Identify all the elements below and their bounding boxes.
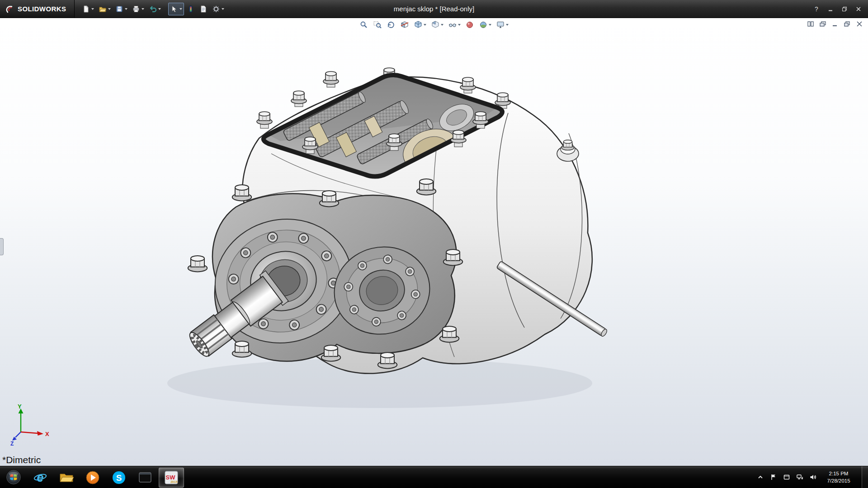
tile-windows-icon	[807, 21, 814, 27]
doc-restore-button[interactable]	[843, 20, 851, 28]
new-file-icon	[82, 5, 90, 13]
svg-text:e: e	[37, 471, 43, 484]
restore-button[interactable]	[839, 5, 850, 14]
undo-icon	[149, 5, 157, 13]
tray-application-button[interactable]	[782, 471, 791, 483]
taskbar: e S	[0, 466, 868, 488]
new-button[interactable]	[80, 3, 96, 15]
view-settings-button[interactable]	[495, 19, 510, 30]
doc-close-button[interactable]	[855, 20, 863, 28]
taskbar-clock[interactable]: 2:15 PM 7/28/2015	[821, 470, 856, 484]
solidworks-menu[interactable]: SOLIDWORKS	[0, 0, 75, 18]
save-button[interactable]	[113, 3, 129, 15]
view-orientation-label: *Dimetric	[2, 455, 41, 465]
volume-button[interactable]	[808, 471, 817, 483]
doc-cascade-button[interactable]	[818, 20, 827, 28]
print-icon	[132, 5, 140, 13]
doc-close-icon	[856, 21, 863, 27]
file-properties-icon	[199, 5, 208, 13]
previous-view-button[interactable]	[385, 19, 397, 30]
view-orientation-button[interactable]	[412, 19, 428, 30]
open-folder-icon	[99, 5, 107, 13]
taskbar-windows-explorer[interactable]	[54, 468, 79, 488]
hide-show-glasses-icon	[448, 20, 457, 29]
doc-minimize-button[interactable]	[830, 20, 839, 28]
file-properties-button[interactable]	[198, 3, 209, 15]
svg-text:S: S	[116, 473, 122, 483]
internet-explorer-icon: e	[33, 470, 48, 485]
start-button[interactable]	[0, 466, 27, 488]
section-view-button[interactable]	[399, 19, 410, 30]
dropdown-caret	[108, 8, 111, 10]
dropdown-caret	[489, 24, 491, 26]
graphics-area[interactable]: Y X Z *Dimetric	[0, 18, 868, 466]
view-settings-icon	[496, 20, 505, 29]
taskbar-media-player[interactable]	[80, 468, 105, 488]
dropdown-caret	[506, 24, 509, 26]
doc-minimize-icon	[832, 21, 838, 27]
select-cursor-icon	[170, 5, 178, 13]
command-prompt-icon	[137, 470, 153, 485]
clock-time: 2:15 PM	[821, 470, 856, 477]
network-icon	[796, 474, 803, 481]
titlebar: SOLIDWORKS	[0, 0, 868, 18]
restore-icon	[842, 6, 847, 12]
open-button[interactable]	[97, 3, 113, 15]
zoom-to-fit-button[interactable]	[358, 19, 370, 30]
skype-icon: S	[111, 470, 127, 485]
dropdown-caret	[424, 24, 426, 26]
document-title: menjac sklop * [Read-only]	[394, 5, 474, 13]
solidworks-app-icon: SW 2015	[164, 470, 179, 485]
x-axis-label: X	[45, 431, 49, 437]
brand-label: SOLIDWORKS	[18, 5, 66, 13]
taskbar-command-prompt[interactable]	[132, 468, 158, 488]
dropdown-caret	[142, 8, 144, 10]
quick-access-toolbar	[80, 3, 226, 15]
cascade-windows-icon	[820, 21, 826, 27]
zoom-to-fit-icon	[359, 20, 368, 29]
options-gear-icon	[212, 5, 220, 13]
minimize-button[interactable]	[825, 5, 836, 14]
action-center-button[interactable]	[769, 471, 778, 483]
taskbar-skype[interactable]: S	[106, 468, 132, 488]
media-player-icon	[85, 470, 100, 485]
feature-tree-splitter-handle[interactable]	[0, 238, 4, 255]
doc-restore-icon	[844, 21, 850, 27]
show-desktop-button[interactable]	[862, 466, 868, 488]
previous-view-icon	[387, 20, 396, 29]
select-button[interactable]	[168, 3, 184, 15]
gearbox-model[interactable]	[0, 18, 868, 466]
dropdown-caret	[179, 8, 182, 10]
hide-show-items-button[interactable]	[447, 19, 462, 30]
view-orientation-cube-icon	[414, 20, 423, 29]
dropdown-caret	[158, 8, 161, 10]
heads-up-toolbar	[358, 19, 510, 30]
help-glyph: ?	[815, 5, 818, 13]
network-button[interactable]	[795, 471, 804, 483]
window-controls: ?	[811, 5, 868, 14]
taskbar-solidworks[interactable]: SW 2015	[159, 468, 184, 488]
zoom-to-area-button[interactable]	[372, 19, 383, 30]
doc-tile-button[interactable]	[806, 20, 815, 28]
rebuild-button[interactable]	[185, 3, 197, 15]
system-tray: 2:15 PM 7/28/2015	[756, 466, 868, 488]
dropdown-caret	[458, 24, 461, 26]
svg-text:SW: SW	[166, 474, 176, 481]
close-button[interactable]	[853, 5, 864, 14]
close-icon	[856, 6, 861, 12]
undo-button[interactable]	[147, 3, 163, 15]
orientation-triad: Y X Z	[10, 403, 53, 446]
dropdown-caret	[91, 8, 94, 10]
minimize-icon	[828, 6, 833, 12]
options-button[interactable]	[210, 3, 226, 15]
help-button[interactable]: ?	[811, 5, 822, 14]
apply-scene-button[interactable]	[477, 19, 493, 30]
apply-scene-ic	[479, 20, 488, 29]
display-style-button[interactable]	[429, 19, 445, 30]
x-axis-arrow	[37, 431, 43, 436]
edit-appearance-button[interactable]	[464, 19, 476, 30]
document-window-controls	[806, 20, 863, 28]
print-button[interactable]	[130, 3, 146, 15]
taskbar-internet-explorer[interactable]: e	[28, 468, 53, 488]
tray-expand-button[interactable]	[756, 471, 765, 483]
